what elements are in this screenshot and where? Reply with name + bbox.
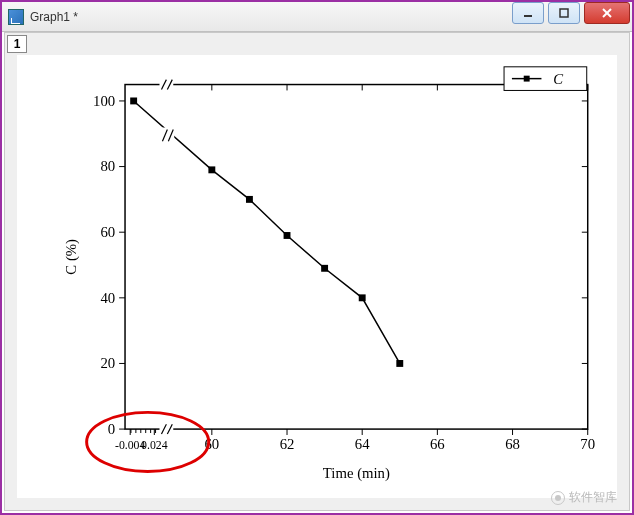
svg-rect-62 — [246, 196, 253, 203]
legend-label: C — [553, 71, 563, 87]
svg-rect-66 — [396, 360, 403, 367]
svg-text:64: 64 — [355, 436, 370, 452]
svg-rect-64 — [321, 265, 328, 272]
svg-rect-63 — [284, 232, 291, 239]
close-button[interactable] — [584, 2, 630, 24]
svg-text:66: 66 — [430, 436, 445, 452]
x-axis-label: Time (min) — [323, 465, 390, 482]
svg-text:100: 100 — [93, 93, 115, 109]
titlebar[interactable]: Graph1 * — [2, 2, 632, 32]
svg-rect-61 — [208, 166, 215, 173]
plot-area[interactable]: 020406080100 C (%) -0.0040.024 606264666… — [17, 55, 617, 498]
app-icon — [8, 9, 24, 25]
svg-text:40: 40 — [100, 290, 115, 306]
window-title: Graph1 * — [30, 10, 512, 24]
svg-rect-60 — [130, 97, 137, 104]
window-buttons — [512, 2, 632, 31]
watermark: 软件智库 — [551, 489, 617, 506]
svg-text:60: 60 — [100, 224, 115, 240]
axes-frame — [125, 79, 588, 435]
svg-text:62: 62 — [280, 436, 295, 452]
maximize-button[interactable] — [548, 2, 580, 24]
svg-text:70: 70 — [580, 436, 595, 452]
svg-text:80: 80 — [100, 158, 115, 174]
svg-rect-65 — [359, 294, 366, 301]
watermark-text: 软件智库 — [569, 489, 617, 506]
svg-text:20: 20 — [100, 355, 115, 371]
client-area: 1 — [4, 32, 630, 511]
legend[interactable]: C — [504, 67, 587, 91]
svg-text:0.024: 0.024 — [141, 438, 168, 452]
svg-text:68: 68 — [505, 436, 520, 452]
svg-rect-1 — [560, 9, 568, 17]
series-c — [130, 97, 403, 366]
y-axis-label: C (%) — [63, 239, 80, 275]
x-axis: -0.0040.024 606264666870 Time (min) — [115, 85, 595, 483]
wechat-icon — [551, 491, 565, 505]
layer-tab[interactable]: 1 — [7, 35, 27, 53]
svg-text:0: 0 — [108, 421, 115, 437]
minimize-button[interactable] — [512, 2, 544, 24]
svg-rect-69 — [524, 76, 530, 82]
svg-rect-4 — [125, 85, 588, 430]
app-window: Graph1 * 1 — [0, 0, 634, 515]
chart-svg: 020406080100 C (%) -0.0040.024 606264666… — [17, 55, 617, 498]
